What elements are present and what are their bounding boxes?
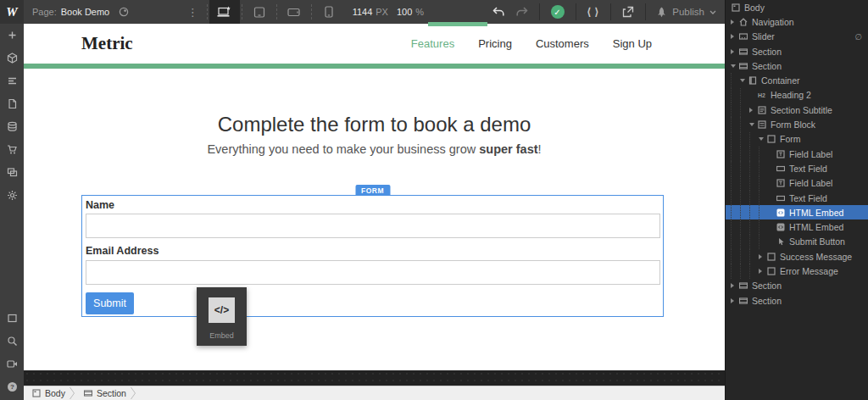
device-tablet-button[interactable]	[244, 0, 275, 24]
breadcrumb-item-body[interactable]: Body	[24, 388, 69, 398]
navigator-item-text-field[interactable]: Text Field	[726, 191, 868, 205]
pages-icon[interactable]	[0, 92, 24, 115]
navigator-item-submit-button[interactable]: Submit Button	[726, 235, 868, 249]
navigator-item-field-label[interactable]: Field Label	[726, 147, 868, 161]
device-mobile-portrait-button[interactable]	[314, 0, 344, 24]
nav-link-features[interactable]: Features	[411, 37, 454, 50]
navigator-item-html-embed[interactable]: HTML Embed	[726, 205, 868, 219]
navigator-item-label: Submit Button	[789, 236, 845, 247]
expand-arrow-icon[interactable]	[731, 34, 738, 39]
style-manager-icon[interactable]	[0, 69, 24, 92]
navigator-item-label: Success Message	[780, 252, 852, 262]
nav-link-customers[interactable]: Customers	[536, 37, 589, 50]
text-block-icon	[757, 105, 766, 114]
page-selector[interactable]: Page: Book Demo	[32, 7, 109, 17]
more-menu-icon[interactable]: ⋮	[181, 6, 205, 19]
publish-rocket-icon	[656, 7, 667, 18]
navigator-item-container[interactable]: Container	[726, 73, 868, 87]
navigator-item-field-label[interactable]: Field Label	[726, 176, 868, 191]
name-input[interactable]	[86, 214, 660, 238]
navigator-item-error-message[interactable]: Error Message	[726, 264, 868, 278]
message-icon	[766, 252, 776, 261]
navigator-item-section[interactable]: Section	[726, 293, 868, 308]
video-icon[interactable]	[0, 353, 24, 375]
indent-guide	[731, 103, 740, 117]
navigator-item-navigation[interactable]: Navigation	[726, 14, 868, 29]
navigator-item-label: Section	[752, 47, 782, 57]
expand-arrow-icon[interactable]	[731, 283, 738, 288]
share-icon[interactable]	[616, 6, 640, 18]
indent-guide	[731, 176, 740, 191]
submit-button[interactable]: Submit	[86, 292, 134, 314]
section-icon	[738, 281, 748, 291]
device-mobile-landscape-button[interactable]	[279, 0, 309, 24]
indent-guide	[740, 191, 749, 205]
expand-arrow-icon[interactable]	[759, 269, 766, 274]
help-icon[interactable]: ?	[0, 375, 24, 398]
subtitle-text: Everything you need to make your busines…	[207, 142, 479, 156]
settings-icon[interactable]	[0, 184, 24, 207]
undo-icon[interactable]	[487, 7, 510, 17]
assets-icon[interactable]	[0, 161, 24, 184]
redo-icon[interactable]	[510, 7, 534, 17]
canvas-width-drag-handle[interactable]	[428, 22, 487, 26]
embed-code-icon: </>	[209, 297, 235, 323]
add-icon[interactable]	[0, 24, 24, 47]
expand-arrow-icon[interactable]	[731, 298, 738, 303]
expand-arrow-icon[interactable]	[740, 79, 748, 82]
navigator-item-heading-2[interactable]: H2Heading 2	[726, 88, 868, 103]
expand-arrow-icon[interactable]	[731, 49, 738, 54]
indent-guide	[731, 264, 740, 278]
email-input[interactable]	[86, 260, 660, 285]
indent-guide	[740, 235, 749, 249]
indent-guide	[731, 235, 740, 249]
device-desktop-button[interactable]	[209, 0, 240, 24]
navigator-item-section[interactable]: Section	[726, 44, 868, 58]
navigator-item-text-field[interactable]: Text Field	[726, 161, 868, 175]
navigator-item-section-subtitle[interactable]: Section Subtitle	[726, 103, 868, 117]
indent-guide	[740, 147, 749, 161]
preview-toggle-icon[interactable]	[118, 7, 130, 17]
expand-arrow-icon[interactable]	[749, 108, 757, 113]
indent-guide	[759, 176, 768, 191]
breadcrumb: BodySection	[24, 386, 725, 400]
expand-arrow-icon[interactable]	[731, 64, 738, 68]
visibility-off-icon[interactable]: ∅	[854, 32, 862, 42]
publish-label: Publish	[672, 7, 704, 17]
webflow-designer: W Page: Book Demo ⋮ 1144 PX 100 %	[0, 0, 868, 400]
chevron-right-icon	[130, 386, 136, 400]
embed-drag-ghost[interactable]: </> Embed	[197, 287, 247, 346]
navigator-item-label: Field Label	[789, 178, 832, 188]
saved-status-icon[interactable]: ✓	[545, 5, 570, 19]
expand-arrow-icon[interactable]	[749, 123, 757, 126]
navigator-item-slider[interactable]: Slider∅	[726, 30, 868, 44]
expand-arrow-icon[interactable]	[759, 254, 766, 259]
publish-button[interactable]: Publish	[651, 7, 725, 18]
search-icon[interactable]	[0, 330, 24, 353]
navigator-item-form-block[interactable]: Form Block	[726, 117, 868, 131]
webflow-logo-icon[interactable]: W	[0, 0, 24, 24]
nav-link-sign-up[interactable]: Sign Up	[613, 37, 652, 50]
html-embed-icon	[776, 223, 785, 232]
navigator-item-html-embed[interactable]: HTML Embed	[726, 219, 868, 234]
navigator-item-section[interactable]: Section	[726, 279, 868, 293]
navigator-item-label: Form Block	[771, 119, 815, 130]
navigator-item-form[interactable]: Form	[726, 132, 868, 147]
nav-link-pricing[interactable]: Pricing	[478, 37, 512, 50]
code-export-icon[interactable]: ⟨ ⟩	[581, 6, 606, 18]
ecommerce-icon[interactable]	[0, 138, 24, 161]
navigator-item-body[interactable]: Body	[726, 0, 868, 14]
expand-arrow-icon[interactable]	[731, 19, 738, 25]
indent-guide	[749, 235, 759, 249]
navigator-item-section[interactable]: Section	[726, 58, 868, 73]
cms-icon[interactable]	[0, 115, 24, 138]
site-logo[interactable]: Metric	[81, 33, 133, 54]
form-element-selected[interactable]: FORM Name Email Address Submit	[81, 195, 664, 317]
display-icon[interactable]	[0, 307, 24, 330]
canvas-size-indicator[interactable]: 1144 PX 100 %	[353, 7, 424, 17]
navigator-item-success-message[interactable]: Success Message	[726, 249, 868, 264]
navigator-item-label: Text Field	[789, 164, 827, 174]
components-icon[interactable]	[0, 47, 24, 69]
breadcrumb-item-section[interactable]: Section	[75, 388, 130, 398]
expand-arrow-icon[interactable]	[759, 137, 766, 141]
